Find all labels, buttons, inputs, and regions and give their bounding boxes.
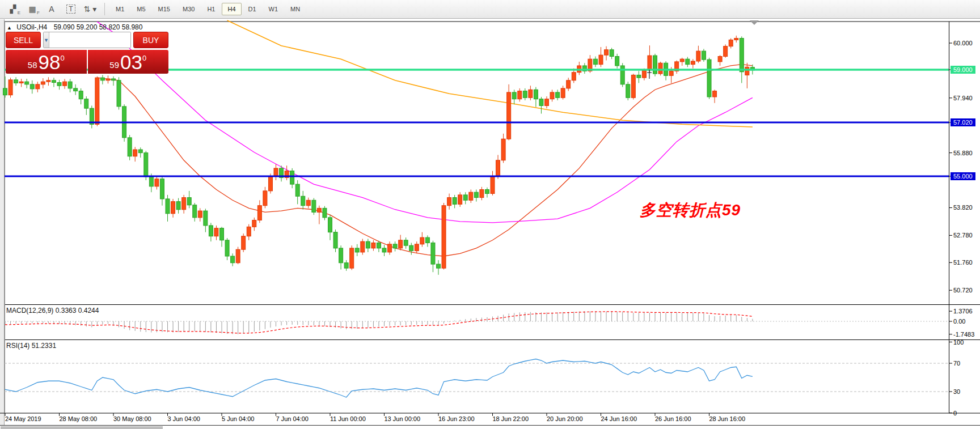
symbol-title: USOil-,H4 (16, 23, 47, 31)
candle-body (745, 67, 749, 75)
horizontal-scrollbar[interactable] (0, 425, 980, 429)
price-axis-label: 60.000 (953, 40, 973, 46)
buy-price-box[interactable]: 59 03 0 (88, 50, 169, 74)
time-axis-label: 3 Jun 04:00 (168, 415, 201, 422)
candle-body (491, 176, 495, 194)
price-axis-label: 50.720 (953, 287, 973, 294)
candle-body (605, 50, 609, 55)
candle-body (377, 243, 381, 248)
candle-body (740, 39, 744, 72)
candle-body (518, 91, 522, 99)
candle-body (220, 228, 224, 240)
candle-body (615, 57, 619, 66)
candle-body (724, 46, 728, 57)
time-axis-label: 24 May 2019 (5, 415, 41, 422)
scrollbar-thumb[interactable] (1, 426, 163, 429)
candle-body (501, 139, 505, 160)
candle-body (306, 200, 310, 205)
candle-body (79, 91, 83, 99)
candle-body (339, 248, 343, 263)
buy-button[interactable]: BUY (133, 32, 168, 48)
candle-body (366, 241, 370, 248)
candle-body (295, 184, 299, 196)
candle-body (242, 236, 246, 250)
candle-body (171, 202, 175, 214)
candle-body (534, 90, 538, 99)
candle-body (409, 245, 413, 250)
candle-body (312, 200, 316, 212)
volume-input[interactable] (49, 32, 131, 48)
candle-body (437, 264, 441, 268)
rsi-axis-label: 70 (953, 360, 960, 367)
sell-price-handle: 58 (28, 60, 37, 70)
candle-body (214, 228, 218, 236)
candle-body (593, 59, 597, 64)
candle-body (155, 179, 159, 186)
candle-body (680, 59, 684, 62)
candle-body (637, 75, 641, 78)
macd-title: MACD(12,26,9) 0.3363 0.4244 (6, 307, 99, 315)
time-axis-label: 5 Jun 04:00 (222, 415, 255, 422)
candle-body (160, 179, 164, 199)
panel-collapse-icon[interactable]: ▲ (7, 25, 12, 31)
time-axis-label: 20 Jun 20:00 (547, 415, 583, 422)
candle-body (626, 84, 630, 98)
candle-body (713, 91, 717, 97)
chart-text-annotation: 多空转折点59 (640, 199, 741, 221)
price-axis-label: 57.020 (951, 118, 975, 126)
candle-body (9, 80, 12, 95)
time-axis-label: 24 Jun 16:00 (601, 415, 637, 422)
rsi-axis-label: 30 (953, 388, 960, 395)
price-axis-label: 52.780 (953, 232, 973, 239)
candle-body (529, 90, 533, 97)
candle-body (128, 138, 132, 156)
candle-body (231, 256, 235, 263)
candle-body (458, 195, 462, 204)
sell-button[interactable]: SELL (6, 32, 41, 48)
candle-body (599, 55, 603, 64)
candle-body (100, 78, 104, 80)
candle-body (198, 211, 202, 218)
time-axis-label: 28 Jun 16:00 (709, 415, 746, 422)
candle-body (512, 92, 516, 99)
candle-body (567, 80, 571, 88)
time-axis-label: 16 Jun 23:00 (438, 415, 475, 422)
candle-body (106, 79, 110, 80)
candle-body (523, 91, 527, 98)
volume-stepper: ▼ ▲ (43, 32, 131, 48)
candle-body (247, 227, 251, 236)
candle-body (631, 75, 635, 97)
trading-terminal-window: ▞E▦FAT⇅ ▾ M1M5M15M30H1H4D1W1MN ▲ USOil-,… (0, 0, 980, 429)
candle-body (328, 218, 332, 232)
candle-body (507, 92, 511, 139)
candle-body (415, 244, 419, 251)
candle-body (225, 240, 229, 256)
buy-price-pips: 03 (120, 52, 142, 72)
candle-body (463, 195, 467, 200)
candle-body (447, 198, 451, 206)
candle-body (620, 66, 624, 84)
candle-body (545, 99, 549, 106)
ma-slow-orange (227, 20, 753, 127)
candle-body (399, 240, 403, 248)
candle-body (63, 82, 67, 86)
candle-body (642, 70, 646, 78)
volume-decrease-button[interactable]: ▼ (44, 32, 49, 48)
sell-price-box[interactable]: 58 98 0 (6, 50, 87, 74)
candle-body (388, 244, 392, 252)
time-axis-label: 26 Jun 16:00 (655, 415, 691, 422)
candle-body (133, 150, 137, 156)
candle-body (144, 153, 148, 177)
buy-price-point: 0 (142, 54, 146, 62)
candle-body (404, 240, 408, 245)
candle-body (355, 248, 359, 252)
price-axis-label: 51.760 (953, 259, 973, 266)
candle-body (68, 82, 72, 88)
candle-body (610, 50, 614, 57)
candle-body (236, 249, 240, 263)
candle-body (176, 202, 180, 210)
candle-body (653, 56, 657, 74)
candle-body (95, 78, 99, 124)
candle-body (696, 51, 700, 61)
macd-axis-label: 0.00 (953, 318, 965, 325)
